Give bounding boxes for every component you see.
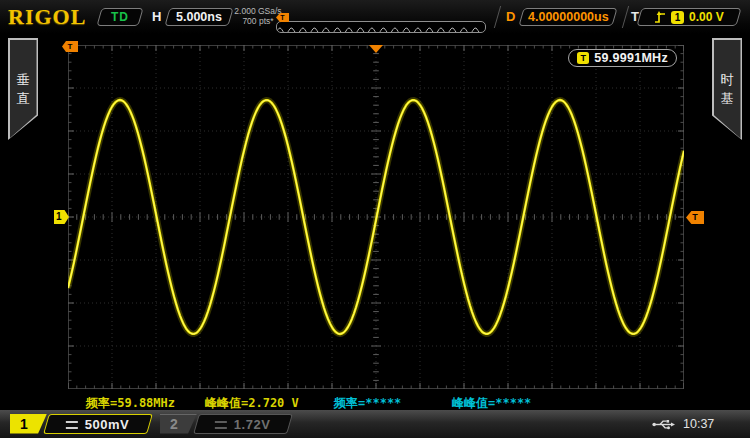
timebase-tab-char: 时 <box>721 71 734 89</box>
dc-coupling-icon <box>66 420 78 428</box>
acquisition-status-badge: TD <box>96 8 143 26</box>
channel1-scale-value: 500mV <box>85 416 129 431</box>
timebase-tab-char: 基 <box>721 90 734 108</box>
trigger-level-value: 0.00 V <box>689 10 724 24</box>
memory-waveform-preview <box>277 26 485 33</box>
delay-value: 4.00000000us <box>528 10 609 24</box>
header-divider <box>622 6 629 28</box>
channel1-badge[interactable]: 1 <box>10 414 47 434</box>
acquisition-status-text: TD <box>111 10 129 24</box>
vertical-tab-char: 垂 <box>17 71 30 89</box>
trigger-readout: 1 0.00 V <box>636 8 741 26</box>
clock: 10:37 <box>683 417 714 431</box>
header-divider <box>494 6 501 28</box>
channel2-scale-value: 1.72V <box>234 416 270 431</box>
waveform-display-area[interactable]: T T 59.9991MHz 1 T <box>68 45 684 389</box>
rigol-logo: RIGOL <box>8 4 86 30</box>
timebase-readout: 5.000ns <box>164 8 233 26</box>
channel-status-bar: 1 500mV 2 1.72V 10:37 <box>0 410 750 438</box>
trigger-source-chip: 1 <box>671 11 684 24</box>
tab-timebase-menu[interactable]: 时 基 <box>712 38 742 140</box>
horizontal-label: H <box>152 9 161 24</box>
tab-vertical-menu[interactable]: 垂 直 <box>8 38 38 140</box>
channel2-badge[interactable]: 2 <box>160 414 197 434</box>
memory-position-bar[interactable] <box>276 21 486 33</box>
horizontal-reference-icon <box>369 45 383 53</box>
frequency-counter-readout: T 59.9991MHz <box>568 49 677 67</box>
counter-value: 59.9991MHz <box>594 51 668 65</box>
trigger-position-offscreen-icon: T <box>62 41 78 52</box>
channel1-scale-box[interactable]: 500mV <box>43 414 153 434</box>
usb-icon <box>652 419 676 430</box>
rising-edge-icon <box>654 10 666 24</box>
dc-coupling-icon <box>215 420 227 428</box>
channel1-offset-marker[interactable]: 1 <box>54 210 69 224</box>
vertical-tab-char: 直 <box>17 90 30 108</box>
oscilloscope-screen: RIGOL TD H 5.000ns 2.000 GSa/s 700 pts* … <box>0 0 750 438</box>
delay-label: D <box>506 9 515 24</box>
status-bar: RIGOL TD H 5.000ns 2.000 GSa/s 700 pts* … <box>0 0 750 34</box>
timebase-value: 5.000ns <box>176 10 222 24</box>
counter-source-chip: T <box>577 52 589 64</box>
delay-readout: 4.00000000us <box>518 8 617 26</box>
channel1-waveform <box>68 45 684 389</box>
trigger-level-marker[interactable]: T <box>686 211 704 224</box>
sample-rate-value: 2.000 GSa/s <box>233 6 283 16</box>
channel2-scale-box[interactable]: 1.72V <box>193 414 293 434</box>
